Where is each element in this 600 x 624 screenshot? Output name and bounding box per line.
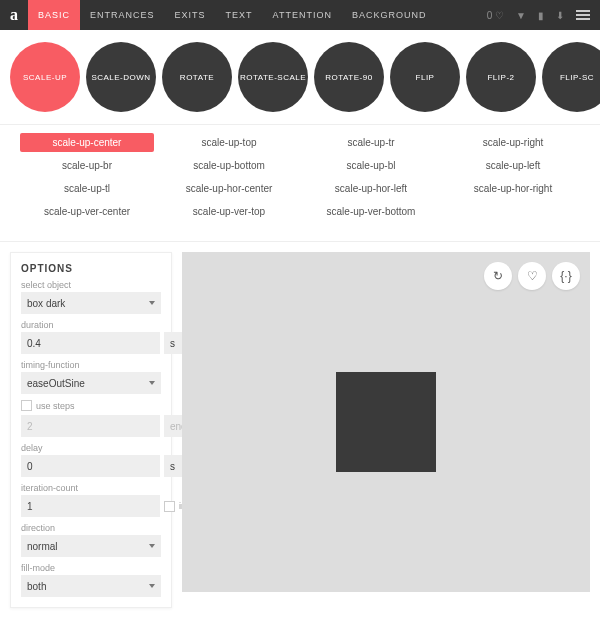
timing-dropdown[interactable]: easeOutSine xyxy=(21,372,161,394)
circle-flip-sc[interactable]: FLIP-SC xyxy=(542,42,600,112)
variant-scale-up-tr[interactable]: scale-up-tr xyxy=(304,133,438,152)
direction-dropdown[interactable]: normal xyxy=(21,535,161,557)
preview-area: ↻ ♡ {·} xyxy=(182,252,590,592)
infinite-checkbox[interactable] xyxy=(164,501,175,512)
topbar-right: 0 ♡ ▼ ▮ ⬇ xyxy=(487,10,590,21)
topnav-item-text[interactable]: TEXT xyxy=(216,0,263,30)
variant-scale-up-br[interactable]: scale-up-br xyxy=(20,156,154,175)
variant-scale-up-left[interactable]: scale-up-left xyxy=(446,156,580,175)
topnav-item-background[interactable]: BACKGROUND xyxy=(342,0,437,30)
variant-scale-up-hor-right[interactable]: scale-up-hor-right xyxy=(446,179,580,198)
variant-scale-up-right[interactable]: scale-up-right xyxy=(446,133,580,152)
delay-input[interactable] xyxy=(21,455,160,477)
download-icon[interactable]: ⬇ xyxy=(556,10,564,21)
variant-scale-up-hor-center[interactable]: scale-up-hor-center xyxy=(162,179,296,198)
preview-actions: ↻ ♡ {·} xyxy=(484,262,580,290)
workspace: OPTIONS select object box dark duration … xyxy=(0,242,600,618)
circle-flip[interactable]: FLIP xyxy=(390,42,460,112)
duration-input[interactable] xyxy=(21,332,160,354)
circle-scale-down[interactable]: SCALE-DOWN xyxy=(86,42,156,112)
iteration-label: iteration-count xyxy=(21,483,161,493)
variant-scale-up-center[interactable]: scale-up-center xyxy=(20,133,154,152)
variant-scale-up-ver-bottom[interactable]: scale-up-ver-bottom xyxy=(304,202,438,221)
lock-icon[interactable]: ▮ xyxy=(538,10,544,21)
use-steps-checkbox[interactable] xyxy=(21,400,32,411)
fillmode-dropdown[interactable]: both xyxy=(21,575,161,597)
topnav-item-entrances[interactable]: ENTRANCES xyxy=(80,0,165,30)
topnav-item-attention[interactable]: ATTENTION xyxy=(263,0,342,30)
replay-button[interactable]: ↻ xyxy=(484,262,512,290)
circle-rotate-90[interactable]: ROTATE-90 xyxy=(314,42,384,112)
variant-scale-up-bottom[interactable]: scale-up-bottom xyxy=(162,156,296,175)
fillmode-label: fill-mode xyxy=(21,563,161,573)
footer: CREATED BY ANA TRAVAS © 2017 CONTACT SUB… xyxy=(0,618,600,624)
topnav-item-exits[interactable]: EXITS xyxy=(165,0,216,30)
options-title: OPTIONS xyxy=(21,263,161,274)
direction-label: direction xyxy=(21,523,161,533)
variant-scale-up-top[interactable]: scale-up-top xyxy=(162,133,296,152)
select-object-dropdown[interactable]: box dark xyxy=(21,292,161,314)
animation-variants: scale-up-centerscale-up-topscale-up-trsc… xyxy=(0,124,600,242)
animation-categories: SCALE-UPSCALE-DOWNROTATEROTATE-SCALEROTA… xyxy=(0,30,600,124)
use-steps-label: use steps xyxy=(36,401,75,411)
code-button[interactable]: {·} xyxy=(552,262,580,290)
circle-scale-up[interactable]: SCALE-UP xyxy=(10,42,80,112)
variant-scale-up-bl[interactable]: scale-up-bl xyxy=(304,156,438,175)
variant-scale-up-ver-top[interactable]: scale-up-ver-top xyxy=(162,202,296,221)
logo[interactable]: a xyxy=(10,6,18,24)
heart-count[interactable]: 0 ♡ xyxy=(487,10,504,21)
iteration-input[interactable] xyxy=(21,495,160,517)
filter-icon[interactable]: ▼ xyxy=(516,10,526,21)
variant-scale-up-hor-left[interactable]: scale-up-hor-left xyxy=(304,179,438,198)
circle-rotate[interactable]: ROTATE xyxy=(162,42,232,112)
timing-label: timing-function xyxy=(21,360,161,370)
variant-scale-up-ver-center[interactable]: scale-up-ver-center xyxy=(20,202,154,221)
circle-flip-2[interactable]: FLIP-2 xyxy=(466,42,536,112)
circle-rotate-scale[interactable]: ROTATE-SCALE xyxy=(238,42,308,112)
topbar: a BASICENTRANCESEXITSTEXTATTENTIONBACKGR… xyxy=(0,0,600,30)
delay-label: delay xyxy=(21,443,161,453)
top-navigation: BASICENTRANCESEXITSTEXTATTENTIONBACKGROU… xyxy=(28,0,436,30)
select-object-label: select object xyxy=(21,280,161,290)
favorite-button[interactable]: ♡ xyxy=(518,262,546,290)
steps-input xyxy=(21,415,160,437)
duration-label: duration xyxy=(21,320,161,330)
topnav-item-basic[interactable]: BASIC xyxy=(28,0,80,30)
menu-icon[interactable] xyxy=(576,10,590,20)
variant-scale-up-tl[interactable]: scale-up-tl xyxy=(20,179,154,198)
preview-object xyxy=(336,372,436,472)
options-panel: OPTIONS select object box dark duration … xyxy=(10,252,172,608)
